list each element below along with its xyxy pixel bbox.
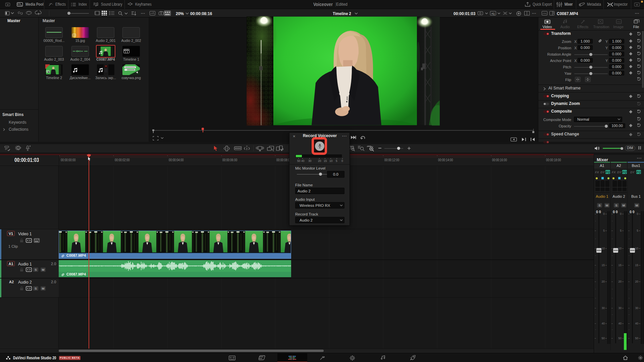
svg-text:HQ: HQ bbox=[491, 12, 495, 15]
